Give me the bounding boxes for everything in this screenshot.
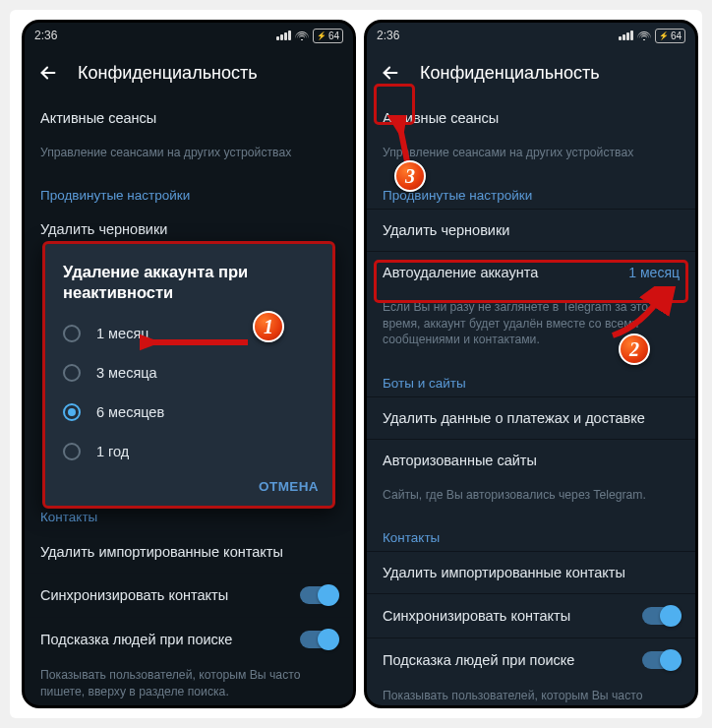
row-sync-contacts[interactable]: Синхронизировать контакты bbox=[367, 593, 695, 637]
toggle-suggest[interactable] bbox=[300, 631, 337, 648]
signal-icon bbox=[619, 30, 633, 40]
wifi-icon bbox=[296, 30, 308, 40]
toggle-sync[interactable] bbox=[642, 607, 680, 625]
annotation-badge-3: 3 bbox=[394, 160, 426, 192]
row-auth-sites[interactable]: Авторизованные сайты bbox=[367, 439, 695, 481]
radio-icon bbox=[63, 364, 81, 382]
row-delete-drafts[interactable]: Удалить черновики bbox=[367, 209, 695, 251]
dialog-title: Удаление аккаунта при неактивности bbox=[45, 258, 332, 314]
tutorial-stage: 2:36 ⚡64 Конфиденциальность Активные сеа… bbox=[10, 10, 702, 718]
annotation-arrow-1 bbox=[140, 328, 258, 357]
wifi-icon bbox=[638, 30, 650, 40]
suggest-desc: Показывать пользователей, которым Вы час… bbox=[367, 682, 695, 708]
row-del-imported[interactable]: Удалить импортированные контакты bbox=[25, 530, 353, 573]
battery-icon: ⚡64 bbox=[313, 29, 343, 43]
annotation-badge-2: 2 bbox=[619, 334, 650, 365]
section-contacts: Контакты bbox=[367, 516, 695, 551]
page-title: Конфиденциальность bbox=[78, 63, 258, 84]
status-bar: 2:36 ⚡64 bbox=[25, 23, 353, 48]
row-del-imported[interactable]: Удалить импортированные контакты bbox=[367, 551, 695, 593]
auth-desc: Сайты, где Вы авторизовались через Teleg… bbox=[367, 481, 695, 516]
signal-icon bbox=[276, 30, 291, 40]
auto-delete-value: 1 месяц bbox=[628, 265, 680, 280]
row-active-sessions[interactable]: Активные сеансы bbox=[25, 97, 353, 139]
status-icons: ⚡64 bbox=[276, 29, 343, 43]
status-time: 2:36 bbox=[377, 29, 399, 42]
row-suggest-people[interactable]: Подсказка людей при поиске bbox=[367, 637, 695, 682]
delete-account-dialog: Удаление аккаунта при неактивности 1 мес… bbox=[42, 241, 335, 509]
back-icon[interactable] bbox=[36, 61, 60, 85]
radio-3months[interactable]: 3 месяца bbox=[45, 353, 332, 393]
annotation-badge-1: 1 bbox=[253, 311, 284, 342]
status-time: 2:36 bbox=[34, 29, 57, 42]
row-sync-contacts[interactable]: Синхронизировать контакты bbox=[25, 573, 353, 617]
app-header: Конфиденциальность bbox=[25, 48, 353, 97]
toggle-suggest[interactable] bbox=[642, 651, 680, 669]
phone-left: 2:36 ⚡64 Конфиденциальность Активные сеа… bbox=[22, 20, 356, 708]
status-bar: 2:36 ⚡64 bbox=[367, 23, 695, 48]
radio-icon-checked bbox=[63, 403, 81, 421]
suggest-desc: Показывать пользователей, которым Вы час… bbox=[25, 661, 353, 708]
section-advanced: Продвинутые настройки bbox=[25, 174, 353, 209]
page-title: Конфиденциальность bbox=[420, 63, 600, 84]
dialog-cancel-button[interactable]: ОТМЕНА bbox=[259, 479, 319, 494]
phone-right: 2:36 ⚡64 Конфиденциальность Активные сеа… bbox=[364, 20, 698, 708]
status-icons: ⚡64 bbox=[619, 29, 685, 43]
battery-icon: ⚡64 bbox=[655, 29, 685, 43]
sessions-desc: Управление сеансами на других устройства… bbox=[25, 139, 353, 174]
radio-icon bbox=[63, 325, 81, 342]
row-del-payments[interactable]: Удалить данные о платежах и доставке bbox=[367, 396, 695, 439]
app-header: Конфиденциальность bbox=[367, 48, 695, 97]
radio-1year[interactable]: 1 год bbox=[45, 432, 332, 471]
section-bots: Боты и сайты bbox=[367, 362, 695, 396]
toggle-sync[interactable] bbox=[300, 586, 337, 604]
radio-6months[interactable]: 6 месяцев bbox=[45, 393, 332, 432]
row-suggest-people[interactable]: Подсказка людей при поиске bbox=[25, 617, 353, 661]
radio-icon bbox=[63, 443, 81, 460]
back-icon[interactable] bbox=[379, 61, 402, 85]
